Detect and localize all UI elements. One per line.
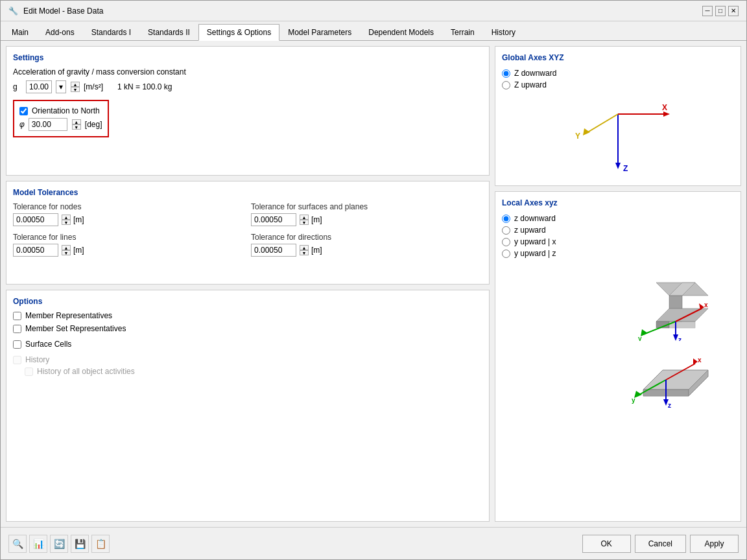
g-dropdown[interactable]: ▾ — [56, 80, 66, 93]
tab-settings-options[interactable]: Settings & Options — [198, 24, 279, 41]
orientation-checkbox[interactable] — [19, 107, 28, 115]
settings-title: Settings — [13, 53, 482, 62]
tab-standards2[interactable]: Standards II — [139, 23, 198, 40]
phi-spinner[interactable]: ▲ ▼ — [72, 119, 81, 130]
nodes-spinner[interactable]: ▲ ▼ — [62, 215, 71, 225]
member-reps-checkbox[interactable] — [13, 312, 21, 320]
local-axes-ibeam-diagram: y z x — [624, 263, 728, 341]
global-axes-section: Global Axes XYZ Z downward Z upward — [495, 46, 741, 186]
member-reps-label[interactable]: Member Representatives — [25, 311, 112, 320]
lz-upward-label[interactable]: z upward — [514, 226, 546, 235]
surfaces-label: Tolerance for surfaces and planes — [251, 202, 482, 211]
svg-text:x: x — [704, 301, 708, 309]
tab-history[interactable]: History — [483, 23, 524, 40]
tab-addons[interactable]: Add-ons — [37, 23, 83, 40]
lines-spinner[interactable]: ▲ ▼ — [62, 245, 71, 255]
g-value: 10.00 — [29, 82, 49, 91]
tab-dependent-models[interactable]: Dependent Models — [360, 23, 442, 40]
svg-marker-16 — [641, 329, 648, 336]
surfaces-spinner[interactable]: ▲ ▼ — [300, 215, 309, 225]
nodes-spin-down[interactable]: ▼ — [62, 220, 71, 225]
lz-downward-radio[interactable] — [502, 215, 510, 223]
z-downward-radio[interactable] — [502, 69, 510, 78]
g-spin-up[interactable]: ▲ — [71, 82, 80, 87]
svg-text:z: z — [668, 402, 671, 409]
local-axes-section: Local Axes xyz z downward z upward y upw… — [495, 191, 741, 522]
local-axes-plate-diagram: y x z — [624, 347, 728, 412]
surfaces-unit: [m] — [311, 215, 322, 224]
g-label: g — [13, 82, 22, 91]
ly-upward-z-radio[interactable] — [502, 250, 510, 258]
directions-spin-up[interactable]: ▲ — [300, 245, 309, 250]
lz-downward-label[interactable]: z downward — [514, 214, 556, 223]
orientation-box: Orientation to North φ 30.00 ▲ ▼ [deg] — [13, 100, 109, 137]
svg-marker-1 — [615, 163, 621, 169]
nodes-input-box: 0.00050 — [13, 213, 58, 226]
search-button[interactable]: 🔍 — [8, 535, 27, 553]
ly-upward-x-label[interactable]: y upward | x — [514, 237, 556, 246]
surfaces-value: 0.00050 — [254, 215, 293, 224]
member-set-reps-label[interactable]: Member Set Representatives — [25, 324, 126, 333]
surface-cells-label[interactable]: Surface Cells — [25, 340, 71, 349]
history-checkbox[interactable] — [13, 356, 21, 364]
surface-cells-checkbox[interactable] — [13, 340, 21, 349]
apply-button[interactable]: Apply — [690, 535, 739, 553]
svg-text:X: X — [662, 103, 667, 112]
tab-model-params[interactable]: Model Parameters — [279, 23, 360, 40]
lines-value: 0.00050 — [16, 246, 55, 255]
surfaces-spin-up[interactable]: ▲ — [300, 215, 309, 220]
maximize-button[interactable]: □ — [715, 6, 726, 16]
g-spin-down[interactable]: ▼ — [71, 87, 80, 92]
surfaces-spin-down[interactable]: ▼ — [300, 220, 309, 225]
z-downward-label[interactable]: Z downward — [514, 69, 556, 78]
member-set-reps-checkbox[interactable] — [13, 325, 21, 333]
svg-line-6 — [586, 114, 618, 134]
directions-spinner[interactable]: ▲ ▼ — [300, 245, 309, 255]
ly-upward-x-radio[interactable] — [502, 238, 510, 246]
window-title: Edit Model - Base Data — [23, 6, 103, 16]
directions-unit: [m] — [311, 246, 322, 255]
phi-label: φ — [19, 120, 25, 129]
nodes-value: 0.00050 — [16, 215, 55, 224]
svg-marker-28 — [634, 391, 642, 398]
orientation-label[interactable]: Orientation to North — [32, 106, 100, 115]
save-button[interactable]: 💾 — [71, 535, 89, 553]
copy-button[interactable]: 📋 — [91, 535, 110, 553]
directions-input-box: 0.00050 — [251, 244, 296, 257]
phi-spin-up[interactable]: ▲ — [72, 119, 81, 124]
minimize-button[interactable]: ─ — [702, 6, 713, 16]
lines-spin-up[interactable]: ▲ — [62, 245, 71, 250]
z-upward-label[interactable]: Z upward — [514, 80, 547, 89]
tab-main[interactable]: Main — [3, 23, 37, 40]
history-all-label[interactable]: History of all object activities — [37, 367, 135, 376]
tolerances-title: Model Tolerances — [13, 188, 482, 197]
phi-value: 30.00 — [32, 120, 64, 129]
z-upward-radio[interactable] — [502, 81, 510, 89]
tab-standards1[interactable]: Standards I — [83, 23, 139, 40]
nodes-spin-up[interactable]: ▲ — [62, 215, 71, 220]
ok-button[interactable]: OK — [582, 535, 631, 553]
tab-terrain[interactable]: Terrain — [442, 23, 483, 40]
kn-text: 1 kN = 100.0 kg — [117, 82, 172, 91]
svg-marker-7 — [583, 128, 590, 135]
svg-text:z: z — [678, 336, 682, 341]
close-button[interactable]: ✕ — [728, 6, 739, 16]
ly-upward-z-label[interactable]: y upward | z — [514, 249, 556, 258]
phi-spin-down[interactable]: ▼ — [72, 124, 81, 130]
svg-marker-4 — [663, 111, 670, 117]
lz-upward-radio[interactable] — [502, 226, 510, 235]
lines-spin-down[interactable]: ▼ — [62, 250, 71, 255]
history-all-checkbox[interactable] — [25, 368, 33, 376]
phi-value-box: 30.00 — [29, 118, 67, 131]
refresh-button[interactable]: 🔄 — [50, 535, 68, 553]
directions-spin-down[interactable]: ▼ — [300, 250, 309, 255]
history-label[interactable]: History — [25, 355, 49, 364]
svg-text:y: y — [638, 335, 642, 341]
g-spinner[interactable]: ▲ ▼ — [71, 82, 80, 92]
settings-section: Settings Acceleration of gravity / mass … — [6, 46, 490, 176]
cancel-button[interactable]: Cancel — [635, 535, 686, 553]
window-icon: 🔧 — [8, 6, 18, 16]
action-buttons: OK Cancel Apply — [582, 535, 739, 553]
bottom-bar: 🔍 📊 🔄 💾 📋 OK Cancel Apply — [1, 527, 746, 559]
table-button[interactable]: 📊 — [29, 535, 47, 553]
